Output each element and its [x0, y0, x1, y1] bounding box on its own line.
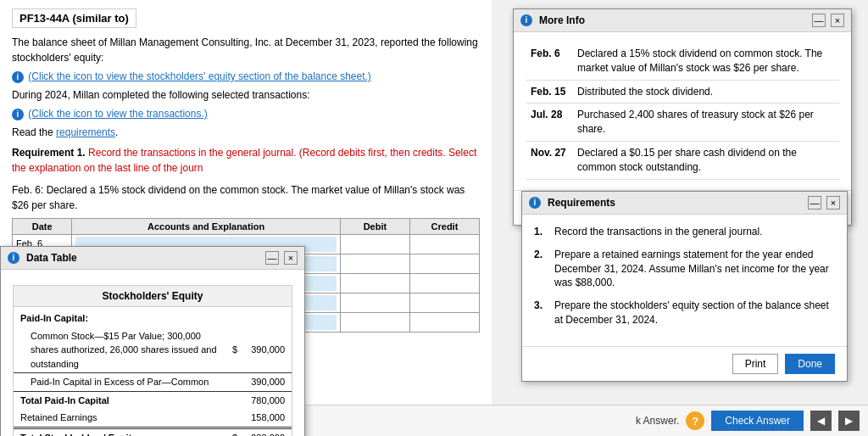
- transactions-link-line: i (Click the icon to view the transactio…: [12, 106, 480, 121]
- data-table-close-button[interactable]: ×: [284, 251, 298, 265]
- info-text-1: Declared a 15% stock dividend on common …: [572, 42, 839, 80]
- total-equity-dollar: $: [225, 428, 244, 436]
- data-table-popup: i Data Table — × Stockholders' Equity Pa…: [0, 246, 305, 436]
- requirements-header-icon: i: [529, 197, 541, 209]
- more-info-popup-header: i More Info — ×: [514, 9, 851, 32]
- debit-input-5[interactable]: [344, 315, 406, 330]
- check-answer-pretext: k Answer.: [636, 415, 679, 427]
- requirement1-text: Requirement 1. Record the transactions i…: [12, 145, 480, 176]
- data-table-minimize-button[interactable]: —: [265, 251, 279, 265]
- info-date-3: Jul. 28: [526, 103, 572, 142]
- retained-earnings-amount: 158,000: [244, 409, 292, 428]
- credit-input-cell-4[interactable]: [409, 293, 479, 313]
- more-info-title: More Info: [539, 14, 585, 26]
- intro-text: The balance sheet of Millan Management C…: [12, 35, 480, 65]
- equity-table-container: Stockholders' Equity Paid-In Capital: Co…: [13, 285, 292, 436]
- credit-input-2[interactable]: [414, 256, 476, 271]
- page-title: PF13-44A (similar to): [12, 8, 136, 28]
- transactions-link[interactable]: (Click the icon to view the transactions…: [28, 108, 207, 120]
- requirements-popup-header: i Requirements — ×: [522, 192, 847, 215]
- total-equity-label: Total Stockholders' Equity: [14, 428, 225, 436]
- requirements-popup: i Requirements — × 1. Record the transac…: [521, 191, 848, 382]
- credit-input-cell-5[interactable]: [409, 313, 479, 333]
- common-stock-dollar: $: [225, 327, 244, 373]
- paid-in-header-row: Paid-In Capital:: [14, 307, 292, 327]
- col-header-date: Date: [13, 219, 72, 235]
- balance-sheet-link[interactable]: (Click the icon to view the stockholders…: [28, 70, 371, 82]
- paid-in-excess-row: Paid-In Capital in Excess of Par—Common …: [14, 373, 292, 392]
- info-date-4: Nov. 27: [526, 141, 572, 179]
- credit-input-4[interactable]: [414, 295, 476, 310]
- total-paid-in-amount: 780,000: [244, 391, 292, 409]
- balance-sheet-info-icon[interactable]: i: [12, 71, 24, 83]
- debit-input-cell-5[interactable]: [340, 313, 409, 333]
- credit-input-5[interactable]: [414, 315, 476, 330]
- right-bottom-bar: k Answer. ? Check Answer ◀ ▶: [492, 405, 868, 436]
- data-table-popup-header: i Data Table — ×: [1, 247, 304, 270]
- read-requirements: Read the requirements.: [12, 125, 480, 140]
- requirements-title: Requirements: [548, 197, 615, 209]
- col-header-accounts: Accounts and Explanation: [72, 219, 341, 235]
- col-header-debit: Debit: [340, 219, 409, 235]
- requirements-done-button[interactable]: Done: [785, 354, 835, 374]
- common-stock-label: Common Stock—$15 Par Value; 300,000 shar…: [14, 327, 225, 373]
- info-date-2: Feb. 15: [526, 80, 572, 103]
- common-stock-row: Common Stock—$15 Par Value; 300,000 shar…: [14, 327, 292, 373]
- total-paid-in-row: Total Paid-In Capital 780,000: [14, 391, 292, 409]
- prev-button[interactable]: ◀: [810, 411, 832, 431]
- data-table-title: Data Table: [26, 252, 77, 264]
- data-table-header-icon: i: [8, 252, 19, 264]
- info-text-4: Declared a $0.15 per share cash dividend…: [572, 141, 839, 179]
- retained-earnings-row: Retained Earnings 158,000: [14, 409, 292, 428]
- info-text-3: Purchased 2,400 shares of treasury stock…: [572, 103, 839, 142]
- more-info-table: Feb. 6 Declared a 15% stock dividend on …: [526, 42, 839, 180]
- debit-input-1[interactable]: [344, 237, 406, 252]
- more-info-content: Feb. 6 Declared a 15% stock dividend on …: [514, 32, 851, 190]
- feb6-description: Feb. 6: Declared a 15% stock dividend on…: [12, 182, 480, 213]
- debit-input-cell-3[interactable]: [340, 274, 409, 293]
- check-answer-button[interactable]: Check Answer: [711, 411, 804, 431]
- requirement-item-2: 2. Prepare a retained earnings statement…: [534, 248, 835, 290]
- requirement-item-1: 1. Record the transactions in the genera…: [534, 225, 835, 239]
- help-icon[interactable]: ?: [686, 411, 704, 430]
- total-equity-row: Total Stockholders' Equity $ 938,000: [14, 428, 292, 436]
- debit-input-4[interactable]: [344, 295, 406, 310]
- credit-input-1[interactable]: [414, 237, 476, 252]
- requirement-item-3: 3. Prepare the stockholders' equity sect…: [534, 299, 835, 327]
- info-row-2: Feb. 15 Distributed the stock dividend.: [526, 80, 839, 103]
- debit-input-3[interactable]: [344, 276, 406, 291]
- requirements-minimize-button[interactable]: —: [808, 196, 821, 210]
- more-info-header-icon: i: [520, 14, 532, 26]
- info-row-3: Jul. 28 Purchased 2,400 shares of treasu…: [526, 103, 839, 142]
- info-date-1: Feb. 6: [526, 42, 572, 80]
- debit-input-2[interactable]: [344, 256, 406, 271]
- more-info-minimize-button[interactable]: —: [812, 14, 826, 27]
- requirements-content: 1. Record the transactions in the genera…: [522, 215, 847, 346]
- requirements-list: 1. Record the transactions in the genera…: [534, 225, 835, 327]
- paid-in-excess-amount: 390,000: [244, 373, 292, 392]
- transactions-info-icon[interactable]: i: [12, 109, 24, 120]
- credit-input-3[interactable]: [414, 276, 476, 291]
- requirements-footer: Print Done: [522, 346, 847, 381]
- next-button[interactable]: ▶: [838, 411, 860, 431]
- retained-earnings-label: Retained Earnings: [14, 409, 225, 428]
- credit-input-cell-3[interactable]: [409, 274, 479, 293]
- requirements-close-button[interactable]: ×: [826, 196, 840, 210]
- info-text-2: Distributed the stock dividend.: [572, 80, 839, 103]
- debit-input-cell-1[interactable]: [340, 235, 409, 254]
- debit-input-cell-4[interactable]: [340, 293, 409, 313]
- during-text: During 2024, Millan completed the follow…: [12, 87, 480, 103]
- debit-input-cell-2[interactable]: [340, 254, 409, 274]
- total-paid-in-label: Total Paid-In Capital: [14, 391, 225, 409]
- requirements-link[interactable]: requirements: [56, 126, 115, 138]
- total-equity-amount: 938,000: [244, 428, 292, 436]
- info-row-1: Feb. 6 Declared a 15% stock dividend on …: [526, 42, 839, 80]
- requirements-print-button[interactable]: Print: [732, 354, 779, 374]
- credit-input-cell-1[interactable]: [409, 235, 479, 254]
- balance-sheet-link-line: i (Click the icon to view the stockholde…: [12, 69, 480, 84]
- equity-section-header: Stockholders' Equity: [14, 286, 292, 307]
- more-info-close-button[interactable]: ×: [831, 14, 844, 27]
- paid-in-excess-label: Paid-In Capital in Excess of Par—Common: [14, 373, 225, 392]
- col-header-credit: Credit: [409, 219, 479, 235]
- credit-input-cell-2[interactable]: [409, 254, 479, 274]
